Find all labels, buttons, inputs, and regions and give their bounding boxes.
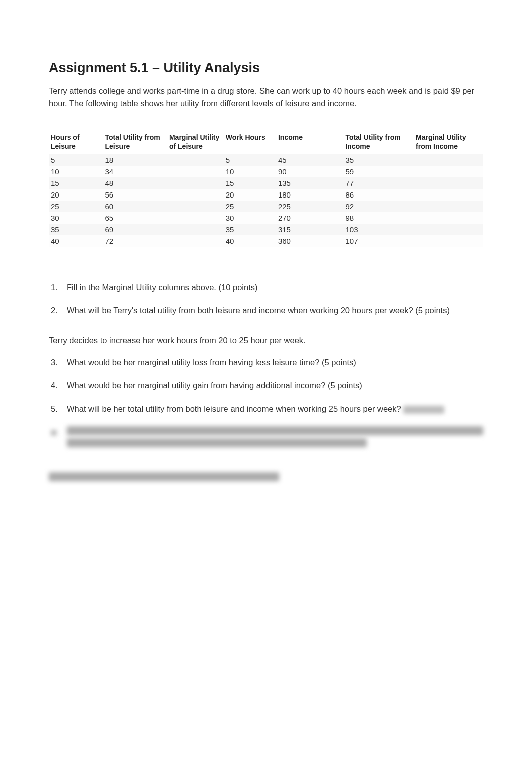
- blurred-paragraph: [49, 472, 279, 481]
- cell-c5: 315: [276, 224, 344, 235]
- cell-c5: 135: [276, 177, 344, 189]
- cell-c6: 107: [343, 235, 414, 247]
- cell-c1: 10: [49, 166, 103, 177]
- question-4: What would be her marginal utility gain …: [49, 380, 483, 392]
- cell-c4: 10: [224, 166, 276, 177]
- cell-c5: 45: [276, 154, 344, 166]
- cell-c6: 86: [343, 189, 414, 201]
- cell-c2: 69: [103, 224, 167, 235]
- cell-c6: 59: [343, 166, 414, 177]
- cell-c3: [167, 166, 224, 177]
- cell-c1: 20: [49, 189, 103, 201]
- th-work-hours: Work Hours: [224, 130, 276, 155]
- cell-c4: 35: [224, 224, 276, 235]
- cell-c3: [167, 224, 224, 235]
- scenario-paragraph-1: Terry decides to increase her work hours…: [49, 335, 483, 347]
- intro-paragraph: Terry attends college and works part-tim…: [49, 85, 483, 110]
- cell-c2: 56: [103, 189, 167, 201]
- cell-c3: [167, 189, 224, 201]
- page-title: Assignment 5.1 – Utility Analysis: [49, 60, 483, 76]
- blurred-marker: [51, 430, 57, 436]
- table-row: 1034109059: [49, 166, 483, 177]
- cell-c3: [167, 154, 224, 166]
- cell-c2: 72: [103, 235, 167, 247]
- cell-c2: 60: [103, 201, 167, 212]
- utility-table: Hours of Leisure Total Utility from Leis…: [49, 130, 483, 247]
- question-5-text: What will be her total utility from both…: [67, 404, 401, 413]
- table-header-row: Hours of Leisure Total Utility from Leis…: [49, 130, 483, 155]
- table-row: 407240360107: [49, 235, 483, 247]
- question-3: What would be her marginal utility loss …: [49, 357, 483, 369]
- table-row: 20562018086: [49, 189, 483, 201]
- cell-c4: 30: [224, 212, 276, 224]
- cell-c1: 30: [49, 212, 103, 224]
- cell-c6: 92: [343, 201, 414, 212]
- cell-c7: [414, 235, 483, 247]
- cell-c1: 35: [49, 224, 103, 235]
- cell-c6: 98: [343, 212, 414, 224]
- th-marginal-utility-income: Marginal Utility from Income: [414, 130, 483, 155]
- cell-c5: 90: [276, 166, 344, 177]
- th-total-utility-leisure: Total Utility from Leisure: [103, 130, 167, 155]
- cell-c7: [414, 166, 483, 177]
- cell-c1: 25: [49, 201, 103, 212]
- questions-block: Fill in the Marginal Utility columns abo…: [49, 282, 483, 481]
- table-row: 15481513577: [49, 177, 483, 189]
- cell-c3: [167, 201, 224, 212]
- cell-c3: [167, 235, 224, 247]
- question-1: Fill in the Marginal Utility columns abo…: [49, 282, 483, 294]
- blurred-line: [67, 438, 367, 447]
- cell-c7: [414, 177, 483, 189]
- cell-c3: [167, 177, 224, 189]
- table-row: 25602522592: [49, 201, 483, 212]
- cell-c7: [414, 189, 483, 201]
- blurred-content: [403, 406, 444, 414]
- th-income: Income: [276, 130, 344, 155]
- cell-c2: 34: [103, 166, 167, 177]
- cell-c1: 40: [49, 235, 103, 247]
- table-row: 51854535: [49, 154, 483, 166]
- th-marginal-utility-leisure: Marginal Utility of Leisure: [167, 130, 224, 155]
- th-total-utility-income: Total Utility from Income: [343, 130, 414, 155]
- cell-c6: 77: [343, 177, 414, 189]
- cell-c6: 103: [343, 224, 414, 235]
- cell-c7: [414, 224, 483, 235]
- cell-c7: [414, 154, 483, 166]
- cell-c4: 5: [224, 154, 276, 166]
- cell-c2: 65: [103, 212, 167, 224]
- cell-c6: 35: [343, 154, 414, 166]
- th-hours-leisure: Hours of Leisure: [49, 130, 103, 155]
- cell-c2: 18: [103, 154, 167, 166]
- cell-c4: 20: [224, 189, 276, 201]
- cell-c1: 15: [49, 177, 103, 189]
- blurred-line: [67, 426, 483, 435]
- cell-c5: 225: [276, 201, 344, 212]
- cell-c5: 360: [276, 235, 344, 247]
- cell-c7: [414, 212, 483, 224]
- cell-c7: [414, 201, 483, 212]
- table-row: 356935315103: [49, 224, 483, 235]
- cell-c3: [167, 212, 224, 224]
- question-5: What will be her total utility from both…: [49, 403, 483, 415]
- table-row: 30653027098: [49, 212, 483, 224]
- cell-c4: 15: [224, 177, 276, 189]
- cell-c2: 48: [103, 177, 167, 189]
- cell-c4: 40: [224, 235, 276, 247]
- question-6-blurred: [49, 426, 483, 447]
- cell-c5: 270: [276, 212, 344, 224]
- cell-c5: 180: [276, 189, 344, 201]
- cell-c1: 5: [49, 154, 103, 166]
- cell-c4: 25: [224, 201, 276, 212]
- question-2: What will be Terry's total utility from …: [49, 305, 483, 317]
